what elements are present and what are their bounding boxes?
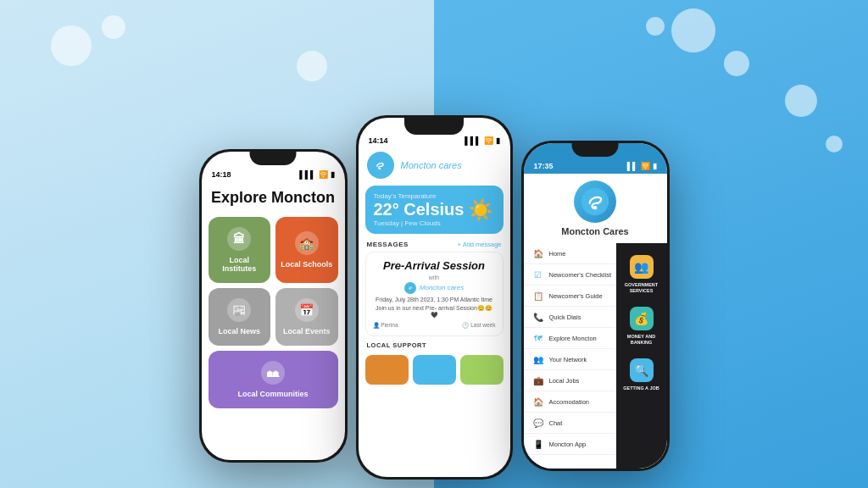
- message-brand-name: Moncton cares: [420, 284, 464, 291]
- support-tile-1[interactable]: [365, 355, 409, 385]
- sidebar-layout: 🏠 Home ☑ Newcomer's Checklist 📋 Newcomer…: [524, 243, 667, 469]
- notch: [250, 152, 297, 165]
- phone-2: 14:14 ▌▌▌ 🛜 ▮ Moncton cares: [356, 115, 513, 480]
- message-footer: 👤 Pierina 🕐 Last week: [373, 322, 496, 329]
- wifi-icon: 🛜: [319, 170, 328, 179]
- message-author: 👤 Pierina: [373, 322, 398, 329]
- phone-3: 17:35 ▌▌ 🛜 ▮ Moncton Cares: [521, 141, 670, 471]
- page-title-phone1: Explore Moncton: [202, 182, 345, 217]
- schools-icon: 🏫: [295, 231, 319, 255]
- nav-label-app: Moncton App: [549, 441, 587, 448]
- banking-tile-icon: 💰: [630, 307, 654, 330]
- chat-icon: 💬: [532, 417, 544, 429]
- getting-job-label: GETTING A JOB: [623, 385, 659, 391]
- accommodation-icon: 🏠: [532, 396, 544, 408]
- tile-label-institutes: Local Institutes: [214, 256, 266, 273]
- app-name-phone3: Moncton Cares: [561, 226, 628, 236]
- banking-label: MONEY AND BANKING: [620, 334, 664, 345]
- nav-label-jobs: Local Jobs: [549, 377, 580, 385]
- sun-icon: ☀️: [468, 198, 493, 222]
- signal-icon-p3: ▌▌: [627, 162, 638, 170]
- time-phone1: 14:18: [212, 170, 231, 179]
- svg-point-4: [593, 206, 598, 210]
- right-tile-banking[interactable]: 💰 MONEY AND BANKING: [616, 300, 667, 352]
- network-icon: 👥: [532, 353, 544, 365]
- tile-local-schools[interactable]: 🏫 Local Schools: [275, 217, 338, 283]
- messages-label: MESSAGES: [367, 241, 409, 248]
- home-icon: 🏠: [532, 247, 544, 259]
- svg-point-2: [406, 284, 414, 291]
- tiles-grid: 🏛 Local Institutes 🏫 Local Schools 📰 Loc…: [202, 217, 345, 408]
- message-with: with: [373, 274, 496, 280]
- phone-icon: 📞: [532, 311, 544, 323]
- message-title: Pre-Arrival Session: [373, 259, 496, 273]
- battery-icon: ▮: [331, 170, 335, 179]
- map-icon: 🗺: [532, 332, 544, 344]
- government-label: GOVERNMENT SERVICES: [620, 282, 664, 293]
- tile-label-communities: Local Communities: [237, 390, 308, 398]
- tile-label-events: Local Events: [283, 327, 331, 336]
- messages-section-header: MESSAGES + Add message: [359, 234, 510, 252]
- events-icon: 📅: [295, 298, 319, 322]
- svg-point-0: [371, 157, 388, 174]
- message-date: Friday, July 28th 2023, 1:30 PM Atlantic…: [373, 297, 496, 302]
- message-brand-row: Moncton cares: [373, 282, 496, 294]
- app-icon: 📱: [532, 438, 544, 450]
- status-icons-phone3: ▌▌ 🛜 ▮: [627, 162, 657, 170]
- time-phone2: 14:14: [369, 136, 388, 145]
- app-logo-phone3: [574, 180, 616, 223]
- government-tile-icon: 👥: [630, 255, 654, 279]
- wifi-icon-p3: 🛜: [641, 162, 650, 170]
- svg-point-3: [581, 188, 609, 215]
- news-icon: 📰: [227, 298, 251, 322]
- right-tile-jobs[interactable]: 🔍 GETTING A JOB: [616, 352, 667, 398]
- status-icons-phone2: ▌▌▌ 🛜 ▮: [465, 136, 499, 145]
- signal-icon: ▌▌▌: [299, 170, 315, 179]
- tile-label-schools: Local Schools: [281, 260, 332, 269]
- app-logo-phone2: [367, 152, 394, 179]
- phones-container: 14:18 ▌▌▌ 🛜 ▮ Explore Moncton 🏛 Local In…: [0, 0, 868, 488]
- tile-local-events[interactable]: 📅 Local Events: [275, 288, 338, 346]
- support-tile-2[interactable]: [413, 355, 456, 385]
- nav-label-quickdials: Quick Dials: [549, 313, 581, 321]
- right-panel: 👥 GOVERNMENT SERVICES 💰 MONEY AND BANKIN…: [616, 243, 667, 469]
- notch-phone2: [404, 118, 464, 135]
- nav-label-explore: Explore Moncton: [549, 335, 597, 342]
- message-time: 🕐 Last week: [462, 322, 495, 329]
- tile-local-institutes[interactable]: 🏛 Local Institutes: [209, 217, 271, 283]
- add-message-button[interactable]: + Add message: [458, 241, 502, 248]
- local-support-label: LOCAL SUPPORT: [359, 336, 510, 352]
- battery-icon-p2: ▮: [496, 136, 500, 145]
- support-tiles: [359, 355, 510, 385]
- phone-1: 14:18 ▌▌▌ 🛜 ▮ Explore Moncton 🏛 Local In…: [199, 149, 348, 463]
- app-name-phone2: Moncton cares: [401, 160, 462, 170]
- communities-icon: 🏘: [261, 361, 285, 385]
- wifi-icon-p2: 🛜: [484, 136, 493, 145]
- tile-local-news[interactable]: 📰 Local News: [209, 288, 271, 346]
- right-tile-government[interactable]: 👥 GOVERNMENT SERVICES: [616, 248, 667, 300]
- nav-label-chat: Chat: [549, 419, 563, 427]
- tile-local-communities[interactable]: 🏘 Local Communities: [209, 351, 338, 408]
- jobs-tile-icon: 🔍: [630, 358, 654, 382]
- app-header-phone3: Moncton Cares: [524, 174, 667, 243]
- support-tile-3[interactable]: [460, 355, 504, 385]
- battery-icon-p3: ▮: [653, 162, 657, 170]
- notch-phone3: [572, 143, 619, 157]
- time-phone3: 17:35: [534, 162, 554, 170]
- nav-label-guide: Newcomer's Guide: [549, 292, 603, 300]
- nav-label-network: Your Network: [549, 356, 587, 363]
- svg-point-1: [379, 168, 381, 169]
- right-panel-content: 👥 GOVERNMENT SERVICES 💰 MONEY AND BANKIN…: [616, 243, 667, 398]
- weather-card: Today's Temparature 22° Celsius Tuesday …: [365, 186, 504, 234]
- nav-label-home: Home: [549, 250, 566, 258]
- signal-icon-p2: ▌▌▌: [465, 136, 481, 145]
- message-card: Pre-Arrival Session with Moncton cares F…: [365, 252, 504, 336]
- nav-label-accommodation: Accomodation: [549, 398, 590, 406]
- checklist-icon: ☑: [532, 269, 544, 280]
- tile-label-news: Local News: [218, 327, 260, 336]
- institute-icon: 🏛: [227, 227, 251, 251]
- message-brand-logo: [404, 282, 416, 294]
- message-body: Join us in our next Pre- arrival Session…: [373, 305, 496, 319]
- app-header-phone2: Moncton cares: [359, 148, 510, 186]
- jobs-icon: 💼: [532, 374, 544, 386]
